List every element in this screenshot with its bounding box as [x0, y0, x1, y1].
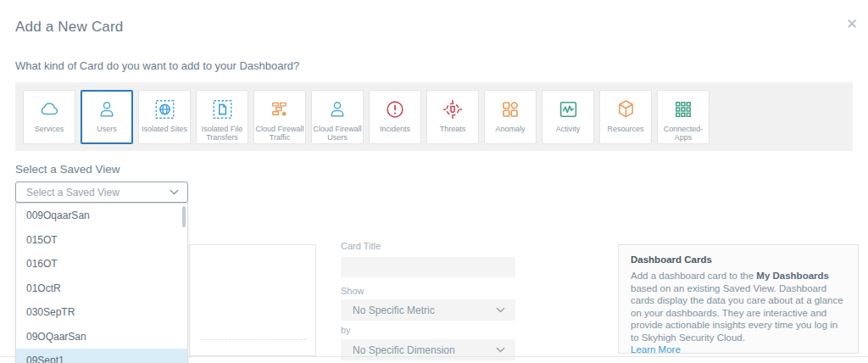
- info-text-bold: My Dashboards: [756, 271, 829, 281]
- squares-circle-icon: [499, 97, 521, 122]
- user-icon: [95, 97, 119, 122]
- card-type-cloud-firewall-traffic[interactable]: Cloud Firewall Traffic: [253, 90, 306, 144]
- by-label: by: [341, 325, 351, 335]
- chart-zigzag-icon: [557, 97, 580, 122]
- card-type-label: Threats: [428, 125, 477, 133]
- firewall-flame-icon: [268, 97, 292, 122]
- card-type-label: Cloud Firewall Traffic: [255, 125, 304, 142]
- dimension-select-value: No Specific Dimension: [341, 344, 496, 356]
- card-type-connected-apps[interactable]: Connected-Apps: [657, 90, 709, 144]
- card-type-anomaly[interactable]: Anomaly: [484, 90, 537, 144]
- chevron-down-icon: [170, 189, 179, 195]
- learn-more-link[interactable]: Learn More: [631, 343, 681, 356]
- saved-view-option[interactable]: 009OqaarSan: [16, 204, 187, 228]
- saved-view-select-value: Select a Saved View: [16, 187, 170, 198]
- user-icon: [326, 97, 349, 122]
- card-title-label: Card Title: [341, 241, 381, 251]
- card-type-label: Users: [82, 125, 131, 133]
- cube-icon: [615, 97, 637, 122]
- card-preview-placeholder: [189, 244, 316, 356]
- metric-select[interactable]: No Specific Metric: [341, 299, 515, 321]
- card-type-isolated-file-transfers[interactable]: Isolated File Transfers: [196, 90, 248, 144]
- saved-view-option[interactable]: 09OQaarSan: [16, 325, 187, 349]
- info-text-1: Add a dashboard card to the: [631, 271, 756, 281]
- card-type-incidents[interactable]: Incidents: [369, 90, 421, 144]
- metric-select-value: No Specific Metric: [341, 304, 496, 316]
- saved-view-option[interactable]: 030SepTR: [16, 300, 187, 325]
- card-type-users[interactable]: Users: [81, 90, 133, 144]
- saved-view-option[interactable]: 015OT: [16, 228, 187, 253]
- cloud-icon: [36, 97, 62, 122]
- info-panel-body: Add a dashboard card to the My Dashboard…: [631, 270, 846, 356]
- target-icon: [442, 97, 464, 122]
- show-label: Show: [341, 286, 364, 296]
- close-icon[interactable]: ✕: [843, 15, 861, 34]
- card-type-strip: Services Users Isolated Sites Isolated F…: [15, 82, 853, 151]
- isolated-globe-icon: [153, 97, 176, 122]
- chevron-down-icon: [496, 307, 505, 313]
- saved-view-dropdown-list: 009OqaarSan 015OT 016OT 01OctR 030SepTR …: [15, 203, 188, 363]
- card-type-label: Cloud Firewall Users: [313, 125, 362, 142]
- info-panel-heading: Dashboard Cards: [631, 254, 846, 265]
- card-type-label: Connected-Apps: [659, 125, 708, 142]
- card-type-label: Isolated File Transfers: [198, 125, 247, 142]
- dropdown-scrollbar-thumb[interactable]: [182, 206, 186, 227]
- grid-icon: [672, 97, 694, 122]
- chevron-down-icon: [496, 347, 505, 353]
- dialog-question: What kind of Card do you want to add to …: [15, 59, 299, 72]
- saved-view-select[interactable]: Select a Saved View: [15, 182, 188, 203]
- saved-view-option[interactable]: 01OctR: [16, 276, 187, 301]
- card-type-label: Activity: [543, 125, 593, 133]
- card-type-threats[interactable]: Threats: [426, 90, 479, 144]
- preview-dashed-line: [200, 339, 307, 340]
- card-type-label: Incidents: [370, 125, 420, 133]
- info-text-2: based on an existing Saved View. Dashboa…: [631, 283, 843, 343]
- card-type-label: Isolated Sites: [140, 125, 189, 133]
- dialog-title: Add a New Card: [15, 19, 124, 36]
- isolated-file-icon: [211, 97, 234, 122]
- dashboard-cards-info-panel: Dashboard Cards Add a dashboard card to …: [618, 244, 859, 354]
- card-type-label: Services: [25, 125, 74, 133]
- saved-view-section-label: Select a Saved View: [15, 163, 120, 176]
- card-type-resources[interactable]: Resources: [599, 90, 652, 144]
- card-type-label: Resources: [601, 125, 650, 133]
- alert-circle-icon: [384, 97, 406, 122]
- dimension-select[interactable]: No Specific Dimension: [341, 339, 515, 360]
- saved-view-option[interactable]: 016OT: [16, 252, 187, 276]
- card-type-isolated-sites[interactable]: Isolated Sites: [138, 90, 191, 144]
- saved-view-option-highlighted[interactable]: 09Sept1: [16, 349, 187, 363]
- card-type-services[interactable]: Services: [23, 90, 75, 144]
- card-type-activity[interactable]: Activity: [542, 90, 594, 144]
- card-type-label: Anomaly: [486, 125, 535, 133]
- card-title-input[interactable]: [341, 257, 515, 277]
- card-type-cloud-firewall-users[interactable]: Cloud Firewall Users: [311, 90, 364, 144]
